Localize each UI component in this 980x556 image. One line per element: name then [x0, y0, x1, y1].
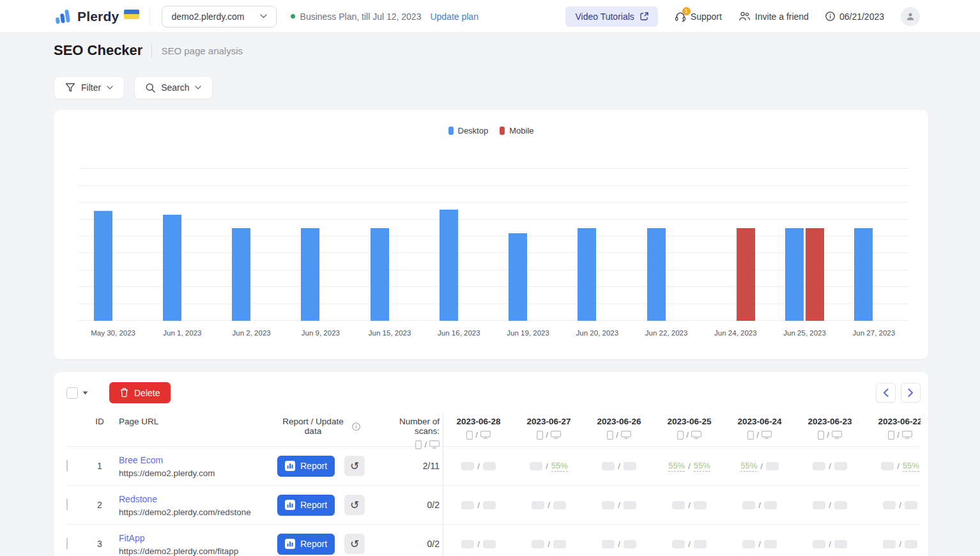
empty-scan-pill — [883, 501, 896, 509]
bar-desktop-10[interactable] — [785, 228, 804, 321]
scan-cell-r3-c5: / — [795, 525, 865, 556]
empty-scan-pill — [602, 540, 615, 548]
scan-cell-r1-c5: / — [795, 447, 865, 485]
report-button[interactable]: Report — [277, 456, 335, 477]
bar-group-4 — [355, 152, 424, 321]
pagination-prev-button[interactable] — [876, 383, 896, 403]
empty-scan-pill — [483, 540, 496, 548]
row-checkbox-3[interactable] — [66, 537, 68, 550]
seo-score-value[interactable]: 55% — [740, 461, 757, 472]
scan-cell-r2-c4: / — [724, 486, 795, 524]
seo-score-value[interactable]: 55% — [694, 461, 710, 472]
select-all-checkbox[interactable] — [66, 387, 78, 399]
row-checkbox-2[interactable] — [66, 498, 68, 511]
info-icon[interactable] — [352, 422, 360, 431]
person-icon — [905, 12, 915, 22]
bar-desktop-4[interactable] — [371, 228, 389, 321]
x-axis-label-2: Jun 2, 2023 — [217, 329, 286, 337]
invite-friend-menu-item[interactable]: Invite a friend — [739, 12, 809, 22]
x-axis-label-10: Jun 25, 2023 — [770, 329, 839, 337]
empty-scan-pill — [905, 540, 917, 548]
bar-desktop-3[interactable] — [301, 228, 319, 321]
page-name-link[interactable]: Bree Ecom — [119, 455, 163, 465]
report-button[interactable]: Report — [277, 495, 335, 516]
mobile-icon — [818, 431, 824, 440]
empty-scan-pill — [672, 540, 685, 548]
plan-status-dot — [291, 14, 295, 19]
top-header: Plerdy demo2.plerdy.com Business Plan, t… — [0, 0, 980, 33]
invite-people-icon — [739, 12, 751, 21]
user-avatar[interactable] — [901, 7, 920, 26]
date-columns-header: 2023-06-28/2023-06-27/2023-06-26/2023-06… — [443, 413, 921, 446]
column-header-report: Report / Update data — [277, 417, 360, 436]
empty-scan-pill — [553, 501, 566, 509]
bar-desktop-6[interactable] — [509, 233, 527, 321]
seo-score-value[interactable]: 55% — [903, 461, 919, 472]
bar-desktop-7[interactable] — [578, 228, 596, 321]
page-subtitle: SEO page analysis — [161, 45, 243, 56]
date-column-header-6: 2023-06-22/ — [865, 413, 921, 446]
scan-cell-r1-c6: /55% — [865, 447, 921, 485]
refresh-button[interactable]: ↺ — [344, 534, 365, 554]
domain-selector[interactable]: demo2.plerdy.com — [162, 6, 276, 27]
bar-mobile-10[interactable] — [806, 228, 824, 321]
bar-group-10 — [770, 152, 839, 321]
bar-mobile-9[interactable] — [737, 228, 755, 321]
scan-cell-r2-c1: / — [514, 486, 584, 524]
bar-desktop-0[interactable] — [94, 211, 112, 321]
empty-scan-pill — [602, 501, 615, 509]
scan-cell-r2-c0: / — [443, 486, 514, 524]
ukraine-flag-icon — [124, 10, 139, 19]
plan-status: Business Plan, till Jul 12, 2023 Update … — [291, 12, 479, 22]
bar-desktop-1[interactable] — [163, 215, 181, 321]
support-menu-item[interactable]: 1 Support — [675, 12, 722, 22]
table-date-row: /////// — [443, 524, 921, 556]
plerdy-logo[interactable]: Plerdy — [54, 8, 139, 25]
update-plan-link[interactable]: Update plan — [430, 12, 479, 22]
empty-scan-pill — [483, 462, 496, 470]
scan-cell-r3-c0: / — [443, 525, 514, 556]
bar-desktop-11[interactable] — [854, 228, 873, 321]
pagination-next-button[interactable] — [901, 383, 921, 403]
empty-scan-pill — [532, 501, 544, 509]
bar-desktop-5[interactable] — [440, 210, 458, 321]
report-button[interactable]: Report — [277, 534, 335, 555]
legend-item-desktop[interactable]: Desktop — [448, 126, 489, 135]
current-date[interactable]: 06/21/2023 — [825, 12, 884, 22]
empty-scan-pill — [742, 540, 755, 548]
scan-cell-r2-c2: / — [584, 486, 654, 524]
table-row: 2Redstonehttps://demo2.plerdy.com/redsto… — [66, 485, 443, 524]
delete-button[interactable]: Delete — [109, 382, 171, 403]
seo-score-value[interactable]: 55% — [551, 461, 568, 472]
scans-count: 2/11 — [379, 461, 443, 471]
select-dropdown-caret-icon[interactable] — [82, 391, 88, 395]
row-id: 3 — [88, 539, 111, 549]
empty-scan-pill — [624, 501, 636, 509]
scans-chart-card: DesktopMobile May 30, 2023Jun 1, 2023Jun… — [54, 110, 928, 359]
empty-scan-pill — [813, 540, 825, 548]
row-checkbox-1[interactable] — [66, 459, 68, 472]
page-name-link[interactable]: Redstone — [119, 494, 157, 504]
seo-score-value[interactable]: 55% — [668, 461, 685, 472]
domain-selector-value: demo2.plerdy.com — [171, 12, 244, 22]
video-tutorials-button[interactable]: Video Tutorials — [565, 6, 657, 27]
title-divider — [151, 43, 152, 58]
bar-group-3 — [286, 152, 355, 321]
table-date-row: /////// — [443, 485, 921, 524]
bar-desktop-8[interactable] — [647, 228, 666, 321]
empty-scan-pill — [834, 462, 847, 470]
info-icon — [825, 12, 835, 21]
bar-desktop-2[interactable] — [232, 228, 250, 321]
search-button[interactable]: Search — [134, 76, 213, 99]
table-row: 1Bree Ecomhttps://demo2.plerdy.comReport… — [66, 446, 443, 485]
mobile-icon — [415, 440, 422, 449]
refresh-button[interactable]: ↺ — [344, 495, 365, 515]
page-name-link[interactable]: FitApp — [119, 533, 144, 543]
scan-cell-r1-c3: 55%/55% — [654, 447, 724, 485]
refresh-button[interactable]: ↺ — [344, 456, 365, 476]
filter-button[interactable]: Filter — [54, 76, 125, 99]
desktop-icon — [762, 431, 772, 439]
scans-count: 0/2 — [379, 500, 443, 510]
empty-scan-pill — [764, 540, 777, 548]
legend-item-mobile[interactable]: Mobile — [500, 126, 533, 135]
